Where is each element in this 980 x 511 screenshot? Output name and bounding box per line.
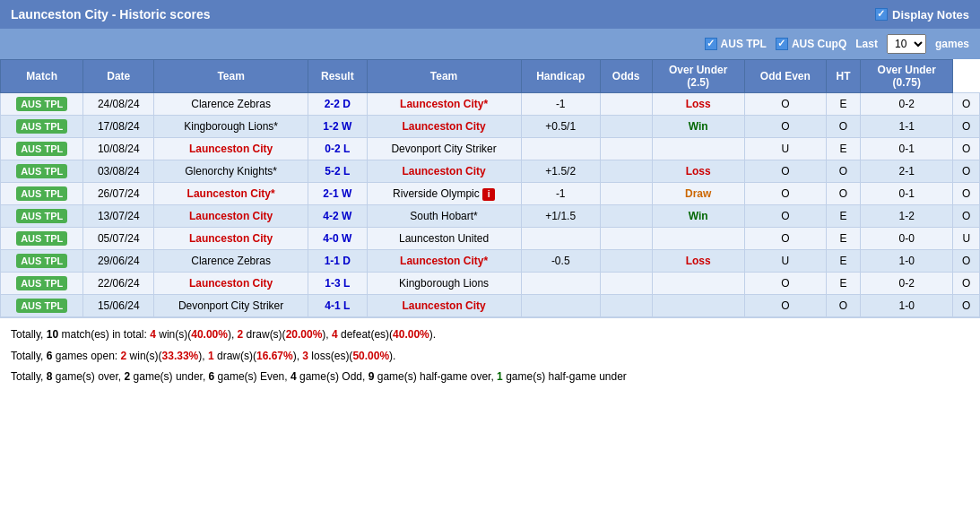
cell-ou2: O <box>953 160 980 183</box>
cell-league: AUS TPL <box>1 93 83 116</box>
cell-result: D <box>343 255 351 267</box>
cell-odds <box>600 205 652 228</box>
cell-odds <box>600 160 652 183</box>
display-notes-checkbox[interactable] <box>875 8 888 21</box>
table-row: AUS TPL 22/06/24 Launceston City 1-3 L K… <box>1 273 980 295</box>
cell-league: AUS TPL <box>1 250 83 273</box>
table-row: AUS TPL 26/07/24 Launceston City* 2-1 W … <box>1 183 980 205</box>
cell-ou2: O <box>953 93 980 116</box>
aus-tpl-label: AUS TPL <box>721 38 767 50</box>
cell-score: 5-2 <box>325 165 340 178</box>
cell-ht: 0-2 <box>861 93 953 116</box>
cell-ou: O <box>744 273 826 295</box>
cell-team1: Launceston City <box>154 273 308 295</box>
cell-oe: E <box>826 273 860 295</box>
aus-cupq-filter[interactable]: AUS CupQ <box>776 38 846 50</box>
aus-cupq-checkbox[interactable] <box>776 38 788 50</box>
cell-league: AUS TPL <box>1 116 83 138</box>
cell-ou: O <box>744 116 826 138</box>
league-badge: AUS TPL <box>16 119 67 134</box>
cell-date: 29/06/24 <box>83 250 154 273</box>
cell-score-result: 1-3 L <box>308 273 368 295</box>
last-games-select[interactable]: 10 5 15 20 All <box>887 34 926 54</box>
table-row: AUS TPL 24/08/24 Clarence Zebras 2-2 D L… <box>1 93 980 116</box>
cell-team1: Clarence Zebras <box>154 93 308 116</box>
cell-score: 1-1 <box>325 255 340 267</box>
cell-result: L <box>343 277 350 290</box>
cell-handicap: +1/1.5 <box>521 205 600 228</box>
cell-score-result: 1-2 W <box>308 116 368 138</box>
cell-team2: Launceston City <box>367 295 521 317</box>
col-date: Date <box>83 60 154 93</box>
aus-tpl-checkbox[interactable] <box>705 38 717 50</box>
cell-handicap: +0.5/1 <box>521 116 600 138</box>
table-row: AUS TPL 29/06/24 Clarence Zebras 1-1 D L… <box>1 250 980 273</box>
cell-team2: Launceston City* <box>367 250 521 273</box>
cell-team2: Launceston City <box>367 160 521 183</box>
cell-ou2: O <box>953 116 980 138</box>
table-row: AUS TPL 10/08/24 Launceston City 0-2 L D… <box>1 138 980 160</box>
games-label: games <box>935 38 969 50</box>
cell-team1: Launceston City* <box>154 183 308 205</box>
league-badge: AUS TPL <box>16 276 67 290</box>
league-badge: AUS TPL <box>16 164 67 178</box>
cell-odds <box>600 138 652 160</box>
cell-score: 1-2 <box>323 120 338 133</box>
cell-ou2: O <box>953 205 980 228</box>
aus-tpl-filter[interactable]: AUS TPL <box>705 38 767 50</box>
summary-line3: Totally, 8 game(s) over, 2 game(s) under… <box>11 368 969 387</box>
cell-date: 15/06/24 <box>83 295 154 317</box>
cell-ht: 1-0 <box>861 295 953 317</box>
cell-league: AUS TPL <box>1 138 83 160</box>
cell-score-result: 1-1 D <box>308 250 368 273</box>
cell-result: W <box>342 187 351 200</box>
cell-oe: E <box>826 138 860 160</box>
cell-ou: O <box>744 295 826 317</box>
cell-odds <box>600 250 652 273</box>
cell-league: AUS TPL <box>1 228 83 250</box>
cell-date: 26/07/24 <box>83 183 154 205</box>
last-label: Last <box>855 38 878 50</box>
info-icon[interactable]: i <box>482 188 495 201</box>
cell-team2: Launceston United <box>367 228 521 250</box>
table-row: AUS TPL 17/08/24 Kingborough Lions* 1-2 … <box>1 116 980 138</box>
cell-odds <box>600 183 652 205</box>
cell-team2: Launceston City <box>367 116 521 138</box>
col-team1: Team <box>154 60 308 93</box>
col-odd-even: Odd Even <box>744 60 826 93</box>
table-header-row: Match Date Team Result Team Handicap Odd… <box>1 60 980 93</box>
league-badge: AUS TPL <box>16 97 67 111</box>
cell-league: AUS TPL <box>1 160 83 183</box>
cell-handicap <box>521 228 600 250</box>
cell-odds <box>600 228 652 250</box>
cell-ou2: O <box>953 138 980 160</box>
cell-oe: E <box>826 250 860 273</box>
cell-date: 10/08/24 <box>83 138 154 160</box>
table-row: AUS TPL 15/06/24 Devonport City Striker … <box>1 295 980 317</box>
cell-team2: South Hobart* <box>367 205 521 228</box>
cell-odds-result <box>652 138 744 160</box>
cell-league: AUS TPL <box>1 295 83 317</box>
cell-date: 17/08/24 <box>83 116 154 138</box>
cell-score-result: 2-2 D <box>308 93 368 116</box>
cell-date: 24/08/24 <box>83 93 154 116</box>
filter-bar: AUS TPL AUS CupQ Last 10 5 15 20 All gam… <box>0 29 980 59</box>
cell-ou2: O <box>953 295 980 317</box>
table-row: AUS TPL 03/08/24 Glenorchy Knights* 5-2 … <box>1 160 980 183</box>
cell-ou2: O <box>953 183 980 205</box>
cell-ht: 0-1 <box>861 138 953 160</box>
cell-ou: O <box>744 183 826 205</box>
scores-table: Match Date Team Result Team Handicap Odd… <box>0 59 980 317</box>
cell-league: AUS TPL <box>1 183 83 205</box>
cell-score-result: 0-2 L <box>308 138 368 160</box>
cell-league: AUS TPL <box>1 273 83 295</box>
cell-score: 4-0 <box>323 232 338 245</box>
cell-result: W <box>342 232 351 245</box>
cell-team1: Clarence Zebras <box>154 250 308 273</box>
cell-score: 2-1 <box>323 187 338 200</box>
cell-score: 2-2 <box>325 98 340 110</box>
col-odds: Odds <box>600 60 652 93</box>
cell-ht: 2-1 <box>861 160 953 183</box>
cell-score: 4-2 <box>323 210 338 222</box>
cell-ht: 0-1 <box>861 183 953 205</box>
